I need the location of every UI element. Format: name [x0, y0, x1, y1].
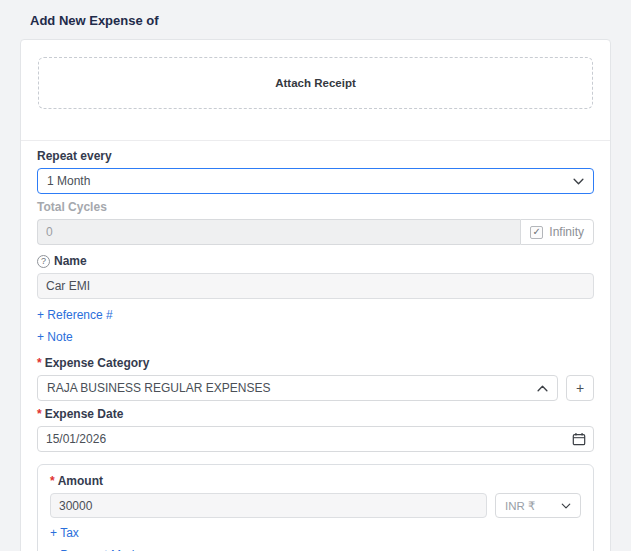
infinity-label: Infinity [549, 225, 584, 239]
required-asterisk: * [50, 474, 55, 488]
currency-select[interactable]: INR ₹ [495, 493, 581, 518]
optional-links: + Reference # + Note [37, 308, 594, 344]
chevron-down-icon [573, 178, 584, 185]
add-category-button[interactable]: + [566, 375, 594, 401]
help-icon[interactable] [37, 255, 50, 268]
infinity-checkbox-check-icon[interactable] [530, 226, 543, 239]
currency-value: INR ₹ [505, 499, 535, 513]
calendar-icon[interactable] [572, 432, 586, 446]
repeat-every-label: Repeat every [37, 149, 594, 163]
total-cycles-group: Infinity [37, 219, 594, 245]
add-tax-link[interactable]: + Tax [50, 526, 581, 540]
total-cycles-field: Total Cycles Infinity [37, 200, 594, 245]
attach-receipt-label: Attach Receipt [275, 77, 356, 89]
repeat-every-field: Repeat every 1 Month [37, 149, 594, 194]
add-reference-link[interactable]: + Reference # [37, 308, 594, 322]
receipt-section: Attach Receipt [21, 40, 610, 140]
name-input[interactable] [37, 273, 594, 299]
total-cycles-label: Total Cycles [37, 200, 594, 214]
add-note-link[interactable]: + Note [37, 330, 594, 344]
page-title: Add New Expense of [20, 13, 611, 28]
name-field: Name [37, 254, 594, 299]
name-label: Name [54, 254, 87, 268]
expense-form-card: Attach Receipt Repeat every 1 Month Tota… [20, 39, 611, 551]
amount-input[interactable] [50, 493, 487, 518]
amount-label: Amount [58, 474, 103, 488]
required-asterisk: * [37, 356, 42, 370]
expense-category-select[interactable]: RAJA BUSINESS REGULAR EXPENSES [37, 375, 558, 401]
page: Add New Expense of Attach Receipt Repeat… [0, 0, 631, 551]
amount-panel: * Amount INR ₹ + Tax + Payment Mode [37, 464, 594, 551]
chevron-up-icon [537, 385, 548, 392]
repeat-every-select[interactable]: 1 Month [37, 168, 594, 194]
expense-date-input[interactable] [37, 426, 594, 452]
expense-category-field: * Expense Category RAJA BUSINESS REGULAR… [37, 356, 594, 401]
expense-date-label: Expense Date [45, 407, 124, 421]
expense-date-field: * Expense Date [37, 407, 594, 452]
infinity-toggle[interactable]: Infinity [520, 219, 594, 245]
expense-form: Repeat every 1 Month Total Cycles Infini… [21, 141, 610, 551]
attach-receipt-dropzone[interactable]: Attach Receipt [38, 57, 593, 109]
required-asterisk: * [37, 407, 42, 421]
repeat-every-value: 1 Month [47, 174, 90, 188]
chevron-down-icon [561, 503, 571, 509]
expense-category-label: Expense Category [45, 356, 150, 370]
expense-category-value: RAJA BUSINESS REGULAR EXPENSES [47, 381, 270, 395]
total-cycles-input[interactable] [37, 219, 520, 245]
